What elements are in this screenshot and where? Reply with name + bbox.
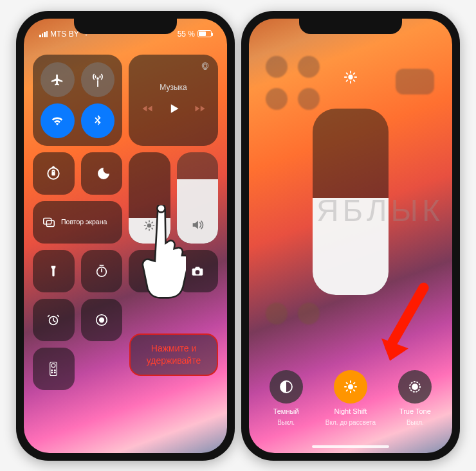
- svg-point-10: [147, 271, 149, 272]
- volume-icon: [190, 218, 205, 235]
- phone-frame-left: MTS BY 55 %: [16, 11, 235, 461]
- brightness-slider[interactable]: [129, 152, 170, 244]
- svg-point-21: [99, 317, 104, 322]
- rotation-lock-toggle[interactable]: [33, 152, 75, 195]
- cellular-signal-icon: [39, 31, 48, 37]
- previous-track-icon: [142, 103, 153, 114]
- play-icon: [167, 102, 180, 115]
- calculator-icon: [143, 264, 156, 278]
- svg-rect-3: [52, 172, 55, 175]
- svg-point-16: [147, 274, 149, 276]
- svg-point-29: [348, 75, 352, 79]
- screen-mirroring-button[interactable]: Повтор экрана: [33, 201, 122, 244]
- bluetooth-toggle[interactable]: [81, 103, 115, 138]
- notch: [299, 17, 402, 34]
- battery-icon: [197, 30, 212, 37]
- wifi-toggle[interactable]: [41, 103, 75, 138]
- dark-mode-subtitle: Выкл.: [277, 419, 295, 426]
- svg-point-32: [412, 384, 417, 389]
- music-widget[interactable]: Музыка: [129, 55, 218, 146]
- svg-point-25: [55, 369, 56, 371]
- dark-mode-title: Темный: [273, 407, 299, 415]
- airplay-icon[interactable]: [200, 61, 210, 74]
- night-shift-title: Night Shift: [334, 407, 367, 415]
- cellular-data-toggle[interactable]: [81, 62, 115, 97]
- flashlight-button[interactable]: [33, 250, 75, 292]
- svg-point-1: [203, 64, 206, 67]
- do-not-disturb-toggle[interactable]: [81, 152, 123, 195]
- night-shift-subtitle: Вкл. до рассвета: [325, 419, 376, 426]
- timer-button[interactable]: [81, 250, 123, 292]
- brightness-icon: [143, 219, 156, 235]
- svg-point-13: [147, 272, 149, 274]
- svg-point-14: [149, 272, 150, 274]
- svg-point-12: [151, 271, 152, 272]
- wifi-icon: [50, 114, 64, 128]
- play-button[interactable]: [167, 102, 180, 118]
- true-tone-toggle[interactable]: [398, 370, 432, 404]
- true-tone-subtitle: Выкл.: [407, 419, 424, 426]
- svg-point-31: [348, 384, 353, 389]
- svg-point-24: [51, 369, 53, 371]
- camera-button[interactable]: [177, 250, 219, 292]
- svg-point-4: [147, 223, 152, 227]
- rotation-lock-icon: [45, 165, 62, 182]
- cellular-antenna-icon: [91, 73, 105, 87]
- svg-point-26: [51, 371, 53, 373]
- svg-point-11: [149, 271, 150, 272]
- svg-rect-22: [50, 362, 57, 375]
- carrier-label: MTS BY: [50, 30, 79, 39]
- timer-icon: [95, 264, 109, 278]
- night-shift-icon: [343, 379, 358, 395]
- airplane-icon: [50, 73, 64, 87]
- brightness-slider-large[interactable]: [313, 109, 389, 295]
- screen-control-center: MTS BY 55 %: [24, 19, 227, 453]
- next-track-icon: [194, 103, 206, 114]
- screen-record-icon: [95, 313, 109, 327]
- do-not-disturb-icon: [94, 166, 109, 181]
- apple-tv-remote-icon: [49, 361, 58, 377]
- calculator-button[interactable]: [129, 250, 170, 292]
- bluetooth-icon: [91, 114, 105, 128]
- flashlight-icon: [47, 264, 60, 278]
- svg-point-15: [151, 272, 152, 274]
- dark-mode-toggle[interactable]: [270, 370, 303, 404]
- dark-mode-icon: [279, 379, 294, 395]
- night-shift-toggle[interactable]: [334, 370, 367, 404]
- svg-point-23: [51, 363, 55, 367]
- airplane-mode-toggle[interactable]: [41, 62, 75, 97]
- camera-icon: [190, 265, 205, 278]
- battery-percent: 55 %: [178, 30, 195, 39]
- svg-rect-9: [147, 267, 152, 269]
- connectivity-group[interactable]: [33, 55, 122, 146]
- notch: [74, 17, 177, 34]
- screen-mirroring-icon: [42, 215, 56, 229]
- phone-frame-right: Темный Выкл. Night Shift Вкл. до рассвет…: [241, 11, 460, 461]
- svg-rect-5: [44, 218, 51, 224]
- volume-slider[interactable]: [177, 152, 219, 244]
- instruction-hint: Нажмите и удерживайте: [129, 333, 218, 376]
- alarm-icon: [46, 313, 60, 327]
- alarm-button[interactable]: [33, 299, 75, 341]
- svg-point-27: [55, 371, 56, 373]
- screen-brightness-panel: Темный Выкл. Night Shift Вкл. до рассвет…: [249, 19, 452, 453]
- screen-record-button[interactable]: [81, 299, 123, 341]
- previous-track-button[interactable]: [142, 103, 153, 117]
- svg-rect-6: [46, 220, 54, 226]
- apple-tv-remote-button[interactable]: [33, 348, 75, 390]
- next-track-button[interactable]: [194, 103, 206, 117]
- brightness-header-icon: [343, 70, 358, 87]
- true-tone-title: True Tone: [399, 407, 431, 415]
- home-indicator[interactable]: [312, 445, 389, 448]
- svg-point-18: [151, 274, 152, 276]
- screen-mirroring-label: Повтор экрана: [61, 218, 107, 226]
- music-label: Музыка: [160, 83, 187, 92]
- svg-point-17: [149, 274, 150, 276]
- true-tone-icon: [407, 379, 423, 395]
